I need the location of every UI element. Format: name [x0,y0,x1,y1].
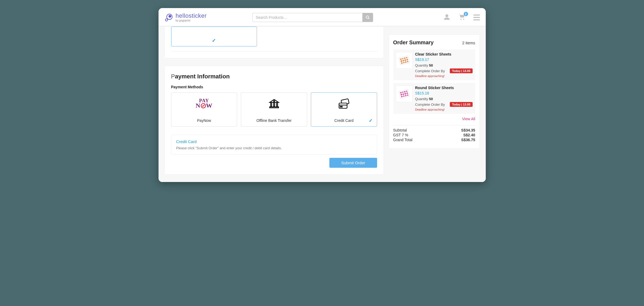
svg-point-1 [168,15,171,18]
selected-shipping-option[interactable]: ✓ [171,27,257,46]
search-input[interactable] [252,13,362,22]
grand-total-row: Grand Total S$36.75 [393,138,475,142]
summary-item[interactable]: Round Sticker SheetsS$15.18Quantity 50Co… [393,83,475,114]
shipping-card: ✓ [164,26,384,58]
svg-rect-15 [339,103,347,108]
method-credit-card[interactable]: Credit Card ✓ [311,92,377,127]
payment-title: Payment Information [171,73,377,80]
brand-name: hellosticker [176,13,207,19]
check-icon: ✓ [212,38,216,43]
check-icon: ✓ [369,118,373,123]
svg-point-6 [460,19,461,20]
top-actions: 2 [443,13,480,21]
payment-card: Payment Information Payment Methods PAY … [164,66,384,174]
summary-count: 2 items [462,41,475,45]
subtotal-row: Subtotal S$34.35 [393,128,475,132]
svg-point-3 [366,16,369,18]
svg-point-13 [274,101,275,102]
svg-rect-9 [271,103,272,107]
deadline-badge: Today | 13.00 [450,68,472,73]
credit-card-icon [337,97,350,110]
page-body: ✓ Payment Information Payment Methods PA… [159,26,486,182]
summary-item[interactable]: Clear Sticker SheetsS$19.17Quantity 50Co… [393,49,475,80]
search-button[interactable] [362,13,373,22]
search-icon [366,15,370,20]
account-icon[interactable] [443,13,450,21]
user-icon [443,13,450,20]
item-price: S$19.17 [415,57,473,62]
svg-point-2 [165,19,168,21]
gst-row: GST 7 % S$2.40 [393,133,475,137]
deadline-warning: Deadline approaching! [415,74,473,78]
view-all-row: View All [393,116,475,121]
info-body: Please click "Submit Order" and enter yo… [176,146,372,150]
item-name: Clear Sticker Sheets [415,52,473,56]
method-paynow[interactable]: PAY N W PayNow [171,92,237,127]
svg-line-4 [368,18,369,19]
payment-methods-label: Payment Methods [171,85,377,89]
deadline-warning: Deadline approaching! [415,108,473,111]
order-summary: Order Summary 2 items Clear Sticker Shee… [389,34,480,149]
info-title: Credit Card [176,139,372,144]
bank-icon [268,97,280,110]
item-thumbnail [396,52,413,69]
view-all-link[interactable]: View All [462,117,475,121]
left-column: ✓ Payment Information Payment Methods PA… [164,26,384,174]
deadline-badge: Today | 13.00 [450,102,472,107]
app-window: hellosticker by gogoprint 2 [159,8,486,182]
hamburger-icon [473,14,480,20]
svg-rect-10 [274,103,275,107]
item-name: Round Sticker Sheets [415,86,473,90]
svg-point-7 [463,19,464,20]
paynow-icon: PAY N W [196,97,212,110]
cart-count-badge: 2 [464,12,468,16]
cart-button[interactable]: 2 [458,13,466,21]
divider [393,125,475,125]
svg-rect-11 [277,103,278,107]
item-price: S$15.18 [415,91,473,95]
method-bank-transfer[interactable]: Offline Bank Transfer [241,92,307,127]
method-label: Credit Card [334,118,354,123]
summary-title: Order Summary [393,39,434,46]
complete-by-label: Complete Order By [415,103,445,107]
divider [171,51,377,52]
svg-rect-17 [340,106,343,107]
logo-icon [164,13,174,22]
payment-info-box: Credit Card Please click "Submit Order" … [171,135,377,155]
item-thumbnail [396,86,413,102]
brand-sub: by gogoprint [176,19,207,22]
submit-order-button[interactable]: Submit Order [329,158,377,168]
top-bar: hellosticker by gogoprint 2 [159,8,486,26]
svg-rect-12 [270,107,278,108]
payment-methods: PAY N W PayNow [171,92,377,127]
method-label: Offline Bank Transfer [256,118,292,123]
search-bar [252,13,373,22]
method-label: PayNow [197,118,211,123]
menu-button[interactable] [473,14,480,20]
complete-by-label: Complete Order By [415,69,445,73]
svg-point-5 [445,14,448,17]
brand-logo[interactable]: hellosticker by gogoprint [164,13,207,22]
